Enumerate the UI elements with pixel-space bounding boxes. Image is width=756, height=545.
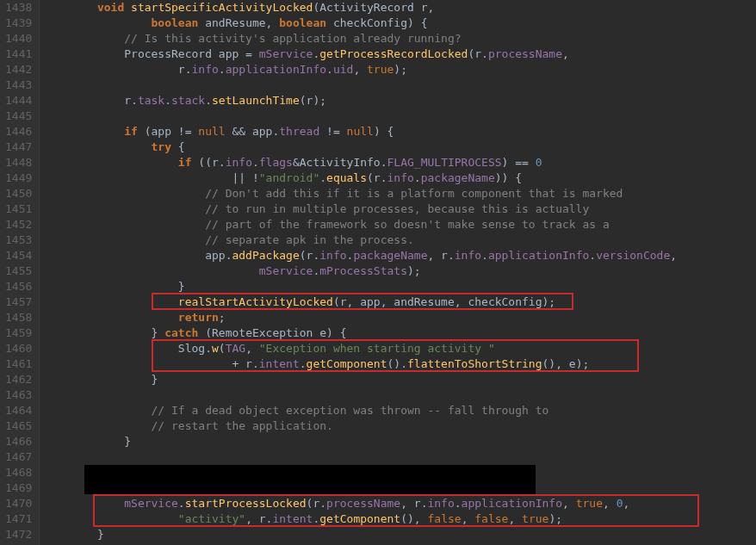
token-punc: { bbox=[171, 140, 185, 153]
code-line[interactable]: // Don't add this if it is a platform co… bbox=[43, 186, 756, 201]
code-line[interactable]: // to run in multiple processes, because… bbox=[43, 201, 756, 217]
code-line[interactable]: void startSpecificActivityLocked(Activit… bbox=[43, 0, 756, 15]
token-str: "android" bbox=[259, 171, 319, 184]
line-number: 1472 bbox=[5, 527, 32, 542]
token-punc: ); bbox=[393, 63, 407, 76]
token-punc: (app != bbox=[138, 125, 198, 138]
token-id bbox=[124, 1, 131, 14]
line-number: 1449 bbox=[5, 170, 32, 186]
code-line[interactable]: r.task.stack.setLaunchTime(r); bbox=[43, 93, 756, 108]
code-line[interactable]: } bbox=[43, 527, 756, 542]
code-line[interactable] bbox=[43, 465, 756, 480]
token-var: stack bbox=[171, 94, 205, 107]
token-punc: ) == bbox=[502, 156, 536, 169]
token-var: mService bbox=[259, 264, 313, 277]
code-line[interactable]: ProcessRecord app = mService.getProcessR… bbox=[43, 46, 756, 62]
token-punc: , r. bbox=[245, 512, 272, 525]
token-var: info bbox=[455, 249, 481, 262]
token-id: r. bbox=[178, 63, 192, 76]
code-area[interactable]: void startSpecificActivityLocked(Activit… bbox=[40, 0, 756, 545]
code-line[interactable]: return; bbox=[43, 310, 756, 325]
token-mtd: startSpecificActivityLocked bbox=[131, 1, 313, 14]
line-number: 1441 bbox=[5, 46, 32, 62]
line-number: 1459 bbox=[5, 325, 32, 341]
token-punc: || ! bbox=[232, 171, 258, 184]
code-line[interactable]: // separate apk in the process. bbox=[43, 232, 756, 248]
token-var: info bbox=[319, 249, 346, 262]
token-var: flags bbox=[259, 156, 293, 169]
code-line[interactable]: || !"android".equals(r.info.packageName)… bbox=[43, 170, 756, 186]
code-line[interactable]: realStartActivityLocked(r, app, andResum… bbox=[43, 294, 756, 310]
code-line[interactable]: mService.mProcessStats); bbox=[43, 263, 756, 279]
token-punc: . bbox=[205, 94, 212, 107]
line-number: 1461 bbox=[5, 356, 32, 372]
code-line[interactable]: // restart the application. bbox=[43, 418, 756, 434]
line-number: 1452 bbox=[5, 217, 32, 232]
token-kw: return bbox=[178, 311, 219, 324]
line-number: 1450 bbox=[5, 186, 32, 201]
token-punc: , bbox=[562, 497, 576, 510]
code-line[interactable]: // Is this activity's application alread… bbox=[43, 31, 756, 46]
code-line[interactable]: // part of the framework so doesn't make… bbox=[43, 217, 756, 232]
token-punc: . bbox=[178, 497, 185, 510]
code-line[interactable]: } catch (RemoteException e) { bbox=[43, 325, 756, 341]
code-line[interactable] bbox=[43, 77, 756, 93]
token-punc: ); bbox=[407, 264, 421, 277]
token-kw: if bbox=[178, 156, 192, 169]
token-var: FLAG_MULTIPROCESS bbox=[387, 156, 502, 169]
code-line[interactable]: if (app != null && app.thread != null) { bbox=[43, 124, 756, 139]
code-line[interactable]: // If a dead object exception was thrown… bbox=[43, 403, 756, 418]
token-var: info bbox=[387, 171, 414, 184]
token-punc: ) { bbox=[374, 125, 393, 138]
token-punc: , bbox=[508, 512, 522, 525]
code-line[interactable]: boolean andResume, boolean checkConfig) … bbox=[43, 15, 756, 31]
line-number: 1453 bbox=[5, 232, 32, 248]
code-line[interactable]: try { bbox=[43, 139, 756, 155]
token-var: packageName bbox=[421, 171, 495, 184]
line-number: 1468 bbox=[5, 465, 32, 480]
token-punc: } bbox=[97, 528, 104, 541]
token-num: 0 bbox=[536, 156, 542, 169]
code-line[interactable] bbox=[43, 387, 756, 403]
token-punc: (r. bbox=[300, 249, 319, 262]
line-number: 1464 bbox=[5, 403, 32, 418]
token-var: task bbox=[138, 94, 164, 107]
line-number: 1442 bbox=[5, 62, 32, 77]
token-punc: . bbox=[300, 357, 307, 370]
code-line[interactable]: + r.intent.getComponent().flattenToShort… bbox=[43, 356, 756, 372]
code-line[interactable]: "activity", r.intent.getComponent(), fal… bbox=[43, 511, 756, 527]
token-var: mService bbox=[124, 497, 178, 510]
token-kw: boolean bbox=[279, 16, 326, 29]
token-var: thread bbox=[279, 125, 319, 138]
line-number: 1445 bbox=[5, 108, 32, 124]
token-punc: . bbox=[326, 63, 333, 76]
code-line[interactable]: } bbox=[43, 279, 756, 294]
code-line[interactable]: } bbox=[43, 372, 756, 387]
token-kw2: false bbox=[474, 512, 508, 525]
token-punc: ; bbox=[219, 311, 226, 324]
token-punc: + r. bbox=[232, 357, 258, 370]
code-line[interactable] bbox=[43, 480, 756, 496]
code-editor[interactable]: 1438143914401441144214431444144514461447… bbox=[0, 0, 756, 545]
token-punc: , bbox=[562, 47, 569, 60]
token-punc: . bbox=[589, 249, 596, 262]
line-number: 1469 bbox=[5, 480, 32, 496]
token-kw2: null bbox=[198, 125, 225, 138]
code-line[interactable]: if ((r.info.flags&ActivityInfo.FLAG_MULT… bbox=[43, 155, 756, 170]
token-punc: } bbox=[124, 435, 131, 448]
token-punc: (r. bbox=[367, 171, 387, 184]
token-cmt: // If a dead object exception was thrown… bbox=[152, 404, 549, 417]
code-line[interactable]: app.addPackage(r.info.packageName, r.inf… bbox=[43, 248, 756, 263]
code-line[interactable]: r.info.applicationInfo.uid, true); bbox=[43, 62, 756, 77]
token-punc: . bbox=[219, 63, 226, 76]
code-line[interactable] bbox=[43, 108, 756, 124]
token-punc: (r. bbox=[307, 497, 326, 510]
token-punc: , r. bbox=[427, 249, 454, 262]
code-line[interactable]: } bbox=[43, 434, 756, 449]
token-kw2: true bbox=[576, 497, 603, 510]
token-kw2: true bbox=[367, 63, 393, 76]
code-line[interactable]: Slog.w(TAG, "Exception when starting act… bbox=[43, 341, 756, 356]
code-line[interactable]: mService.startProcessLocked(r.processNam… bbox=[43, 496, 756, 511]
line-number: 1457 bbox=[5, 294, 32, 310]
code-line[interactable] bbox=[43, 449, 756, 465]
